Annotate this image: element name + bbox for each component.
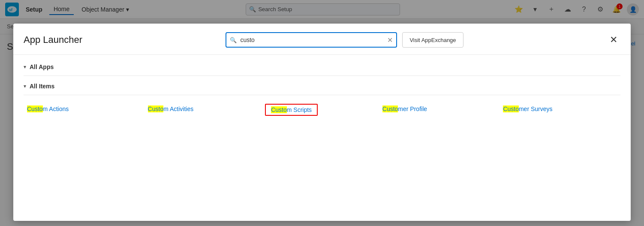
item-suffix: m Scripts	[287, 106, 312, 113]
list-item-custom-actions[interactable]: Custom Actions	[24, 104, 144, 114]
items-grid: Custom Actions Custom Activities Custom …	[24, 104, 620, 116]
modal-search-wrapper: 🔍 ✕	[226, 32, 397, 48]
list-item-custom-activities[interactable]: Custom Activities	[144, 104, 265, 114]
list-item-custom-scripts[interactable]: Custom Scripts	[265, 104, 318, 116]
modal-search-input[interactable]	[226, 32, 397, 48]
all-apps-section-header: ▾ All Apps	[24, 63, 620, 76]
all-items-section-title: All Items	[30, 83, 54, 90]
modal-header: App Launcher 🔍 ✕ Visit AppExchange ✕	[13, 24, 631, 55]
highlight-prefix: Custo	[382, 105, 398, 112]
modal-body: ▾ All Apps ▾ All Items Custom Actions Cu…	[13, 55, 631, 124]
all-items-section-header: ▾ All Items	[24, 83, 620, 95]
item-suffix: mer Surveys	[519, 105, 553, 112]
all-items-chevron-icon[interactable]: ▾	[24, 83, 26, 89]
list-item-customer-profile[interactable]: Customer Profile	[379, 104, 500, 114]
modal-search-area: 🔍 ✕ Visit AppExchange	[226, 32, 463, 48]
highlight-prefix: Custo	[27, 105, 43, 112]
highlight-prefix: Custo	[503, 105, 519, 112]
list-item-customer-surveys[interactable]: Customer Surveys	[500, 104, 620, 114]
item-suffix: m Activities	[163, 105, 193, 112]
modal-close-button[interactable]: ✕	[607, 33, 620, 47]
all-apps-chevron-icon[interactable]: ▾	[24, 64, 26, 70]
modal-search-clear-icon[interactable]: ✕	[387, 36, 393, 44]
all-items-section: ▾ All Items Custom Actions Custom Activi…	[24, 83, 620, 116]
visit-appexchange-button[interactable]: Visit AppExchange	[402, 32, 463, 48]
all-apps-section-title: All Apps	[30, 63, 54, 70]
app-launcher-modal: App Launcher 🔍 ✕ Visit AppExchange ✕ ▾ A…	[13, 24, 631, 221]
highlight-prefix: Custo	[271, 106, 287, 113]
item-suffix: m Actions	[43, 105, 69, 112]
list-item-custom-scripts-wrapper: Custom Scripts	[265, 104, 379, 116]
item-suffix: mer Profile	[398, 105, 427, 112]
modal-search-icon: 🔍	[230, 37, 237, 43]
highlight-prefix: Custo	[148, 105, 164, 112]
modal-title: App Launcher	[24, 34, 82, 45]
